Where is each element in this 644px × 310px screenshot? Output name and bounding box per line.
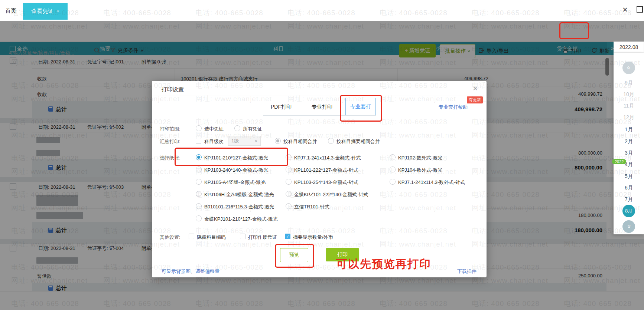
paper-select-label: 选择纸张: — [160, 155, 180, 161]
background-offset-link[interactable]: 可显示背景图、调整偏移量 — [162, 268, 219, 275]
print-settings-dialog: 打印设置 × PDF打印 专业打印 专业套打 专业套打帮助 有更新 打印范围: … — [152, 81, 487, 277]
checkbox-summary-qty-currency-label[interactable]: 摘要显示数量/外币 — [293, 234, 333, 241]
radio-paper-kpj106h[interactable] — [196, 191, 202, 197]
radio-paper-kpj105-label[interactable]: KPJ105-A4竖版-金额式-激光 — [204, 179, 266, 186]
radio-paper-kpj101-label[interactable]: KPJ101-210*127-金额式-激光 — [204, 155, 268, 161]
tab-view-voucher[interactable]: 查看凭证 × — [23, 3, 68, 20]
radio-selected-vouchers[interactable] — [196, 125, 202, 131]
month-item-dec[interactable]: 12月 — [614, 114, 644, 121]
radio-paper-lixin-tr101-label[interactable]: 立信TR101-针式 — [294, 204, 329, 210]
checkbox-hide-subject-code[interactable] — [189, 234, 194, 239]
month-item-aug-active[interactable]: 8月 — [622, 205, 635, 217]
tab-home[interactable]: 首页 — [5, 7, 16, 14]
tab-underline — [263, 115, 376, 116]
chevron-up-icon: « — [625, 66, 632, 69]
radio-paper-kingdee-kpj101-label[interactable]: 金蝶KPJ101-210*127-金额式-激光 — [204, 216, 278, 222]
print-range-label: 打印范围: — [160, 126, 180, 132]
radio-paper-kpj71-count[interactable] — [390, 179, 396, 185]
radio-paper-b010101[interactable] — [196, 203, 202, 209]
month-item-oct[interactable]: 10月 — [614, 91, 644, 98]
fullscreen-icon[interactable] — [637, 6, 643, 13]
radio-paper-kpl101[interactable] — [286, 166, 292, 172]
month-item-mar[interactable]: 3月 — [614, 150, 644, 156]
radio-paper-kpj106h-label[interactable]: KPJ106H-全A4横版-金额式-激光 — [204, 191, 274, 198]
checkbox-hide-subject-code-label[interactable]: 隐藏科目编码 — [197, 234, 226, 241]
radio-paper-kpj71-amount[interactable] — [286, 154, 292, 160]
divider — [152, 96, 487, 96]
month-item-sep[interactable]: 9月 — [614, 80, 644, 86]
chevron-down-icon: « — [625, 225, 632, 228]
radio-paper-kpj104-label[interactable]: KPJ104-数外式-激光 — [398, 167, 442, 174]
radio-all-vouchers[interactable] — [234, 125, 240, 131]
month-item-nov[interactable]: 11月 — [614, 103, 644, 109]
radio-paper-kingdee-kpz101[interactable] — [286, 191, 292, 197]
radio-merge-same-subject-summary-label[interactable]: 按科目摘要相同合并 — [336, 138, 380, 145]
tab-pdf-print[interactable]: PDF打印 — [266, 104, 296, 111]
scroll-months-up-button[interactable]: « — [622, 62, 635, 74]
top-bar: 首页 查看凭证 × × — [0, 0, 644, 21]
tab-pro-print[interactable]: 专业打印 — [307, 104, 337, 111]
year-badge: 2022 — [612, 159, 626, 164]
other-settings-label: 其他设置: — [160, 234, 180, 241]
radio-all-vouchers-label[interactable]: 所有凭证 — [243, 126, 262, 132]
radio-paper-kpj103-label[interactable]: KPJ103-240*140-金额式-激光 — [204, 167, 268, 174]
month-item-jul[interactable]: 7月 — [614, 196, 644, 203]
month-item-jan[interactable]: 1月 — [614, 126, 644, 133]
checkbox-print-voided[interactable] — [240, 234, 245, 239]
radio-paper-b010101-label[interactable]: B010101-216*115.3-金额式-激光 — [204, 204, 274, 210]
tab-close-icon[interactable]: × — [56, 9, 59, 14]
current-period: 2022.08 — [614, 42, 644, 53]
dialog-close-icon[interactable]: × — [473, 84, 478, 93]
checkbox-subject-level-label[interactable]: 科目级次 — [204, 138, 224, 145]
template-help-link[interactable]: 专业套打帮助 — [439, 104, 468, 111]
radio-paper-kpj101[interactable] — [196, 154, 202, 160]
scroll-months-down-button[interactable]: « — [622, 220, 635, 233]
tab-pro-template-print-active[interactable]: 专业套打 — [345, 98, 376, 116]
download-plugin-link[interactable]: 下载插件 — [457, 268, 477, 275]
preview-button[interactable]: 预览 — [280, 248, 308, 262]
month-item-feb[interactable]: 2月 — [614, 138, 644, 145]
radio-paper-kpj71-count-label[interactable]: KPJ7.1-241x114.3-数外式-针式 — [398, 179, 465, 186]
chevron-down-icon: ∨ — [254, 139, 258, 143]
level-select-value: 1级 — [231, 138, 239, 144]
radio-paper-kpl103-label[interactable]: KPL103-254*143-金额式-针式 — [294, 179, 358, 186]
radio-paper-kpj104[interactable] — [390, 166, 396, 172]
month-item-may[interactable]: 5月 — [614, 173, 644, 180]
radio-paper-kpj102[interactable] — [390, 154, 396, 160]
radio-paper-kpl101-label[interactable]: KPL101-222*127-金额式-针式 — [294, 167, 358, 174]
radio-paper-kingdee-kpj101[interactable] — [196, 215, 202, 221]
radio-paper-kpj102-label[interactable]: KPJ102-数外式-激光 — [398, 155, 442, 161]
radio-paper-kpj71-amount-label[interactable]: KPJ7.1-241x114.3-金额式-针式 — [294, 155, 361, 161]
month-sidebar: 2022.08 电话: 400-665-0028网址: www.chanjet.… — [614, 42, 644, 244]
annotation-tip-text: 可以先预览再打印 — [336, 257, 431, 272]
radio-paper-kingdee-kpz101-label[interactable]: 金蝶KPZ101-222*140-金额式-针式 — [294, 191, 368, 198]
radio-merge-same-subject-label[interactable]: 按科目相同合并 — [283, 138, 317, 145]
tab-view-voucher-label: 查看凭证 — [31, 8, 53, 15]
window-close-icon[interactable]: × — [622, 4, 628, 15]
radio-merge-same-subject[interactable] — [275, 138, 281, 144]
month-item-jun[interactable]: 6月 — [614, 185, 644, 191]
checkbox-print-voided-label[interactable]: 打印作废凭证 — [248, 234, 277, 241]
radio-selected-vouchers-label[interactable]: 选中凭证 — [204, 126, 224, 132]
radio-paper-kpl103[interactable] — [286, 179, 292, 185]
summary-print-label: 汇总打印: — [160, 138, 180, 145]
radio-paper-lixin-tr101[interactable] — [286, 203, 292, 209]
update-badge: 有更新 — [467, 96, 483, 103]
checkbox-summary-qty-currency[interactable] — [285, 234, 290, 239]
level-select[interactable]: 1级 ∨ — [228, 136, 261, 146]
checkbox-subject-level[interactable] — [196, 138, 201, 144]
radio-paper-kpj103[interactable] — [196, 166, 202, 172]
radio-merge-same-subject-summary[interactable] — [328, 138, 334, 144]
dialog-title: 打印设置 — [162, 86, 184, 93]
radio-paper-kpj105[interactable] — [196, 179, 202, 185]
